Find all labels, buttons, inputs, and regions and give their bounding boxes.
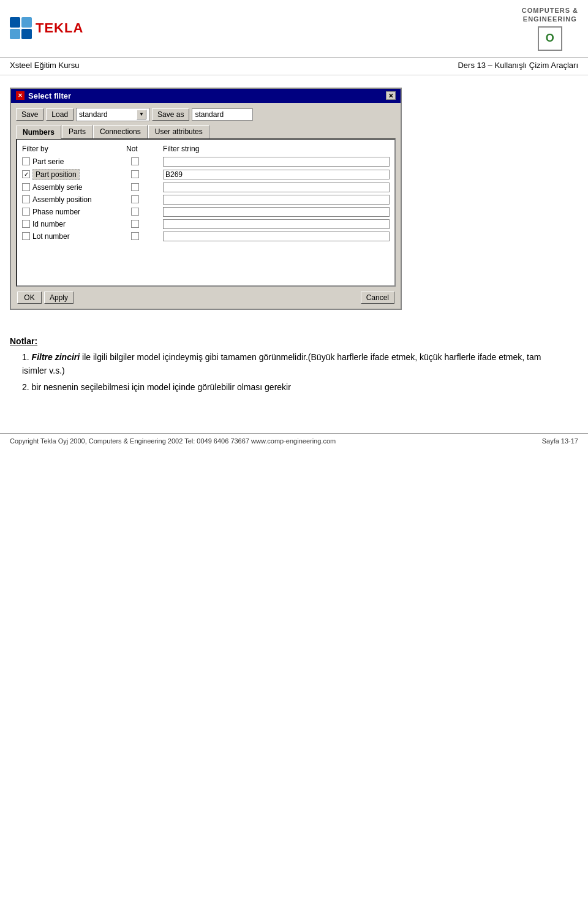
- save-as-button[interactable]: Save as: [152, 108, 189, 121]
- not-checkbox-part-serie[interactable]: [131, 157, 139, 165]
- dialog-title-icon: ✕: [16, 91, 24, 100]
- dropdown-value: standard: [79, 110, 134, 119]
- footer-page: Sayfa 13-17: [542, 437, 578, 445]
- input-part-serie[interactable]: [163, 157, 390, 167]
- checkbox-part-serie[interactable]: [22, 157, 30, 165]
- filter-label-assembly-serie: Assembly serie: [22, 183, 126, 192]
- note-1: 1. Filtre zinciri ile ilgili bilgiler mo…: [22, 350, 561, 378]
- save-as-input[interactable]: [192, 108, 253, 121]
- filter-row-assembly-serie: Assembly serie: [22, 183, 390, 192]
- apply-button[interactable]: Apply: [44, 292, 74, 304]
- load-button[interactable]: Load: [46, 108, 74, 121]
- not-lot-number: [126, 232, 163, 240]
- checkbox-assembly-serie[interactable]: [22, 183, 30, 191]
- input-phase-number[interactable]: [163, 207, 390, 217]
- footer-copyright: Copyright Tekla Oyj 2000, Computers & En…: [10, 437, 336, 445]
- filter-row-part-position: Part position: [22, 169, 390, 180]
- tekla-brand-text: TEKLA: [36, 20, 83, 36]
- label-lot-number: Lot number: [32, 232, 70, 241]
- filter-row-lot-number: Lot number: [22, 232, 390, 241]
- col-header-filter-by: Filter by: [22, 145, 126, 153]
- label-assembly-serie: Assembly serie: [32, 183, 82, 192]
- tekla-squares-icon: [10, 17, 32, 39]
- input-assembly-position[interactable]: [163, 195, 390, 205]
- filter-header-row: Filter by Not Filter string: [22, 145, 390, 153]
- not-checkbox-assembly-serie[interactable]: [131, 183, 139, 191]
- computers-eng-text: COMPUTERS & ENGINEERING: [522, 6, 578, 24]
- not-phase-number: [126, 208, 163, 216]
- ok-button[interactable]: OK: [17, 292, 42, 304]
- course-left: Xsteel Eğitim Kursu: [10, 61, 79, 70]
- filter-label-id-number: Id number: [22, 220, 126, 228]
- note-2: 2. bir nesnenin seçilebilmesi için model…: [22, 380, 561, 394]
- filter-label-phase-number: Phase number: [22, 208, 126, 216]
- not-checkbox-id-number[interactable]: [131, 220, 139, 228]
- page-footer: Copyright Tekla Oyj 2000, Computers & En…: [0, 433, 588, 448]
- col-header-not: Not: [126, 145, 163, 153]
- label-phase-number: Phase number: [32, 208, 80, 216]
- dialog-footer: OK Apply Cancel: [16, 292, 396, 304]
- toolbar-row: Save Load standard ▼ Save as: [16, 108, 396, 121]
- filter-row-part-serie: Part serie: [22, 157, 390, 167]
- note-1-bold: Filtre zinciri: [32, 352, 80, 362]
- not-assembly-serie: [126, 183, 163, 191]
- filter-row-id-number: Id number: [22, 219, 390, 229]
- checkbox-assembly-position[interactable]: [22, 195, 30, 203]
- filter-empty-space: [22, 244, 390, 281]
- filter-row-assembly-position: Assembly position: [22, 195, 390, 205]
- dialog-close-button[interactable]: ✕: [386, 91, 396, 100]
- not-part-position: [126, 170, 163, 178]
- label-part-serie: Part serie: [32, 157, 64, 166]
- notes-section: Notlar: 1. Filtre zinciri ile ilgili bil…: [10, 334, 561, 397]
- dropdown-arrow-icon[interactable]: ▼: [137, 110, 146, 119]
- save-button[interactable]: Save: [16, 108, 43, 121]
- label-assembly-position: Assembly position: [32, 195, 92, 204]
- dialog-titlebar-left: ✕ Select filter: [16, 91, 71, 100]
- note-2-number: 2.: [22, 382, 32, 392]
- filter-label-lot-number: Lot number: [22, 232, 126, 241]
- label-id-number: Id number: [32, 220, 66, 228]
- filter-label-part-serie: Part serie: [22, 157, 126, 166]
- sq4: [21, 29, 32, 39]
- note-1-number: 1.: [22, 352, 32, 362]
- col-header-filter-string: Filter string: [163, 145, 390, 153]
- checkbox-lot-number[interactable]: [22, 232, 30, 240]
- tab-user-attributes[interactable]: User attributes: [148, 125, 209, 138]
- input-part-position[interactable]: [163, 170, 390, 179]
- filter-label-part-position: Part position: [22, 169, 126, 180]
- checkbox-part-position[interactable]: [22, 170, 30, 178]
- note-2-text: bir nesnenin seçilebilmesi için model iç…: [32, 382, 291, 392]
- header-left: TEKLA: [10, 17, 83, 39]
- not-part-serie: [126, 157, 163, 165]
- tab-numbers[interactable]: Numbers: [16, 126, 61, 139]
- not-checkbox-part-position[interactable]: [131, 170, 139, 178]
- checkbox-id-number[interactable]: [22, 220, 30, 228]
- input-id-number[interactable]: [163, 219, 390, 229]
- filter-label-assembly-position: Assembly position: [22, 195, 126, 204]
- filter-dropdown[interactable]: standard ▼: [76, 108, 149, 121]
- course-line: Xsteel Eğitim Kursu Ders 13 – Kullanışlı…: [0, 58, 588, 75]
- dialog-body: Save Load standard ▼ Save as Numbers Par…: [11, 103, 401, 309]
- checkbox-phase-number[interactable]: [22, 208, 30, 216]
- main-content: ✕ Select filter ✕ Save Load standard ▼ S…: [0, 75, 588, 409]
- tab-parts[interactable]: Parts: [62, 125, 92, 138]
- header: TEKLA COMPUTERS & ENGINEERING O: [0, 0, 588, 58]
- not-checkbox-lot-number[interactable]: [131, 232, 139, 240]
- not-checkbox-phase-number[interactable]: [131, 208, 139, 216]
- header-right: COMPUTERS & ENGINEERING O: [522, 6, 578, 51]
- cancel-button[interactable]: Cancel: [361, 292, 394, 304]
- dialog-titlebar: ✕ Select filter ✕: [11, 89, 401, 103]
- input-assembly-serie[interactable]: [163, 183, 390, 192]
- course-right: Ders 13 – Kullanışlı Çizim Araçları: [458, 61, 578, 70]
- sq3: [10, 29, 20, 39]
- not-id-number: [126, 220, 163, 228]
- tab-connections[interactable]: Connections: [93, 125, 148, 138]
- notes-title: Notlar:: [10, 334, 561, 348]
- input-lot-number[interactable]: [163, 232, 390, 241]
- sq1: [10, 17, 20, 28]
- filter-area: Filter by Not Filter string Part serie: [16, 138, 396, 287]
- tab-row: Numbers Parts Connections User attribute…: [16, 125, 396, 138]
- ce-logo-icon: O: [538, 26, 562, 51]
- note-1-rest: ile ilgili bilgiler model içindeymiş gib…: [22, 352, 541, 375]
- not-checkbox-assembly-position[interactable]: [131, 195, 139, 203]
